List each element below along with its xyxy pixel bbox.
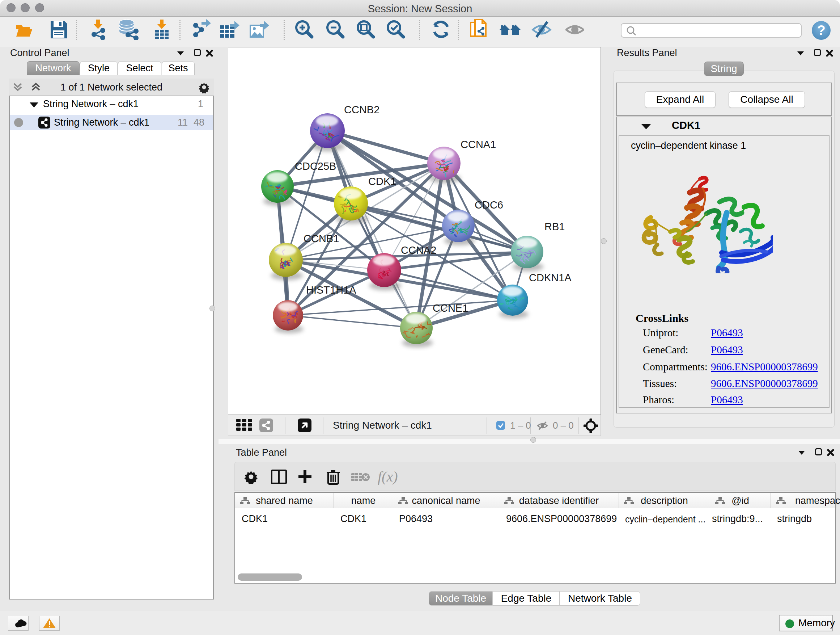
svg-text:CCNE1: CCNE1: [433, 302, 468, 314]
svg-text:CDK1: CDK1: [368, 176, 396, 187]
svg-text:HIST1H1A: HIST1H1A: [306, 284, 356, 296]
svg-text:CCNA2: CCNA2: [401, 244, 436, 256]
svg-text:CDC6: CDC6: [475, 199, 503, 211]
svg-text:CCNB2: CCNB2: [344, 104, 379, 116]
svg-text:CCNA1: CCNA1: [461, 139, 496, 150]
svg-text:CCNB1: CCNB1: [303, 233, 339, 244]
svg-text:CDC25B: CDC25B: [295, 160, 336, 172]
svg-text:CDKN1A: CDKN1A: [529, 272, 572, 283]
svg-text:RB1: RB1: [545, 221, 565, 233]
